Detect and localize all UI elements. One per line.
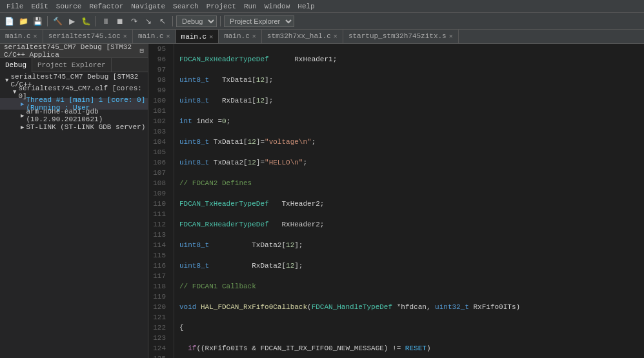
tab-close-4[interactable]: ✕ xyxy=(209,33,213,41)
ln-117: 117 xyxy=(148,271,170,281)
menu-search[interactable]: Search xyxy=(169,0,203,12)
tree-label: arm-none-eabi-gdb (10.2.90.20210621) xyxy=(26,108,148,123)
ln-124: 124 xyxy=(148,343,170,353)
tab-main-c-1[interactable]: main.c ✕ xyxy=(0,30,43,43)
panel-tab-debug[interactable]: Debug xyxy=(0,58,32,72)
ln-107: 107 xyxy=(148,168,170,178)
toolbar-stop[interactable]: ⏹ xyxy=(114,15,126,28)
ln-105: 105 xyxy=(148,147,170,157)
tab-close-7[interactable]: ✕ xyxy=(449,32,453,40)
tab-label: main.c xyxy=(5,32,31,40)
ln-95: 95 xyxy=(148,44,170,54)
tab-label: serialtest745.ioc xyxy=(48,32,121,40)
toolbar-perspective-dropdown[interactable]: Project Explorer xyxy=(224,15,294,27)
tab-main-c-3[interactable]: main.c ✕ xyxy=(219,30,262,43)
ln-125: 125 xyxy=(148,353,170,358)
tree-arrow: ▼ xyxy=(5,77,8,84)
ln-111: 111 xyxy=(148,209,170,219)
code-line-104: uint8_t TxData2[12]; xyxy=(179,240,644,250)
code-line-105: uint8_t RxData2[12]; xyxy=(179,261,644,271)
toolbar-open[interactable]: 📁 xyxy=(17,15,30,28)
tree-item-stlink[interactable]: ▶ ST-LINK (ST-LINK GDB server) xyxy=(0,121,148,133)
menu-help[interactable]: Help xyxy=(294,0,318,12)
menu-source[interactable]: Source xyxy=(52,0,86,12)
toolbar-run[interactable]: ▶ xyxy=(65,15,78,28)
tab-label: stm32h7xx_hal.c xyxy=(267,32,331,40)
panel-tab-project-explorer[interactable]: Project Explorer xyxy=(32,58,112,72)
code-scroll[interactable]: 95 96 97 98 99 100 101 102 103 104 105 1… xyxy=(148,44,644,358)
toolbar-build[interactable]: 🔨 xyxy=(51,15,64,28)
ln-123: 123 xyxy=(148,333,170,343)
code-line-99: uint8_t TxData1[12]="voltage\n"; xyxy=(179,137,644,147)
ln-119: 119 xyxy=(148,292,170,302)
code-line-109: if((RxFifo0ITs & FDCAN_IT_RX_FIFO0_NEW_M… xyxy=(179,343,644,353)
panel-minimize-icon[interactable]: ⊟ xyxy=(139,46,144,55)
menu-run[interactable]: Run xyxy=(240,0,261,12)
toolbar-pause[interactable]: ⏸ xyxy=(99,15,112,28)
toolbar-debug-dropdown[interactable]: Debug xyxy=(176,15,217,27)
tree-arrow: ▶ xyxy=(21,101,24,108)
toolbar-step-into[interactable]: ↘ xyxy=(142,15,155,28)
ln-104: 104 xyxy=(148,137,170,147)
toolbar-save[interactable]: 💾 xyxy=(31,15,44,28)
tab-close-5[interactable]: ✕ xyxy=(252,32,256,40)
ln-114: 114 xyxy=(148,240,170,250)
tab-label: main.c xyxy=(138,32,164,40)
tab-main-c-2[interactable]: main.c ✕ xyxy=(133,30,176,43)
ln-100: 100 xyxy=(148,95,170,106)
menu-refactor[interactable]: Refactor xyxy=(85,0,127,12)
ln-113: 113 xyxy=(148,230,170,240)
code-line-97: uint8_t RxData1[12]; xyxy=(179,95,644,106)
panel-tabs: Debug Project Explorer xyxy=(0,58,148,72)
ln-122: 122 xyxy=(148,323,170,333)
panel-title: serialtest745_CM7 Debug [STM32 C/C++ App… xyxy=(4,44,139,59)
ln-115: 115 xyxy=(148,250,170,261)
code-line-100: uint8_t TxData2[12]="HELLO\n"; xyxy=(179,157,644,168)
line-numbers: 95 96 97 98 99 100 101 102 103 104 105 1… xyxy=(148,44,174,358)
tab-hal[interactable]: stm32h7xx_hal.c ✕ xyxy=(262,30,343,43)
toolbar-step-return[interactable]: ↖ xyxy=(156,15,169,28)
ln-118: 118 xyxy=(148,281,170,292)
menu-file[interactable]: File xyxy=(3,0,27,12)
ln-116: 116 xyxy=(148,261,170,271)
code-line-95: FDCAN_RxHeaderTypeDef RxHeader1; xyxy=(179,54,644,65)
menu-navigate[interactable]: Navigate xyxy=(127,0,169,12)
toolbar-step-over[interactable]: ↷ xyxy=(128,15,141,28)
tab-bar: main.c ✕ serialtest745.ioc ✕ main.c ✕ ma… xyxy=(0,30,644,44)
tab-label: main.c xyxy=(224,32,250,40)
code-line-101: // FDCAN2 Defines xyxy=(179,178,644,188)
tree-arrow: ▼ xyxy=(13,89,16,95)
menu-window[interactable]: Window xyxy=(261,0,294,12)
toolbar-sep-3 xyxy=(172,16,173,26)
tab-close-3[interactable]: ✕ xyxy=(166,32,170,40)
main-layout: serialtest745_CM7 Debug [STM32 C/C++ App… xyxy=(0,44,644,358)
toolbar-sep-4 xyxy=(220,16,221,26)
tree-arrow: ▶ xyxy=(21,112,24,119)
toolbar-new[interactable]: 📄 xyxy=(3,15,15,28)
ln-120: 120 xyxy=(148,302,170,312)
ln-108: 108 xyxy=(148,178,170,188)
ln-101: 101 xyxy=(148,106,170,116)
menu-project[interactable]: Project xyxy=(203,0,240,12)
code-line-102: FDCAN_TxHeaderTypeDef TxHeader2; xyxy=(179,199,644,209)
tab-close-1[interactable]: ✕ xyxy=(34,32,37,40)
toolbar: 📄 📁 💾 🔨 ▶ 🐛 ⏸ ⏹ ↷ ↘ ↖ Debug Project Expl… xyxy=(0,13,644,30)
ln-98: 98 xyxy=(148,75,170,85)
left-panel: serialtest745_CM7 Debug [STM32 C/C++ App… xyxy=(0,44,148,358)
tree-item-gdb[interactable]: ▶ arm-none-eabi-gdb (10.2.90.20210621) xyxy=(0,110,148,121)
menu-bar: File Edit Source Refactor Navigate Searc… xyxy=(0,0,644,13)
tree-label: ST-LINK (ST-LINK GDB server) xyxy=(26,123,145,131)
tab-label: main.c xyxy=(181,33,207,41)
toolbar-debug[interactable]: 🐛 xyxy=(79,15,92,28)
tab-close-2[interactable]: ✕ xyxy=(123,32,127,40)
tab-ioc[interactable]: serialtest745.ioc ✕ xyxy=(43,30,133,43)
tab-close-6[interactable]: ✕ xyxy=(334,32,337,40)
code-content[interactable]: FDCAN_RxHeaderTypeDef RxHeader1; uint8_t… xyxy=(174,44,644,358)
tab-main-c-active[interactable]: main.c ✕ xyxy=(176,30,219,43)
ln-106: 106 xyxy=(148,157,170,168)
ln-99: 99 xyxy=(148,85,170,95)
ln-121: 121 xyxy=(148,312,170,323)
menu-edit[interactable]: Edit xyxy=(27,0,52,12)
ln-102: 102 xyxy=(148,116,170,126)
tab-startup[interactable]: startup_stm32h745zitx.s ✕ xyxy=(343,30,459,43)
